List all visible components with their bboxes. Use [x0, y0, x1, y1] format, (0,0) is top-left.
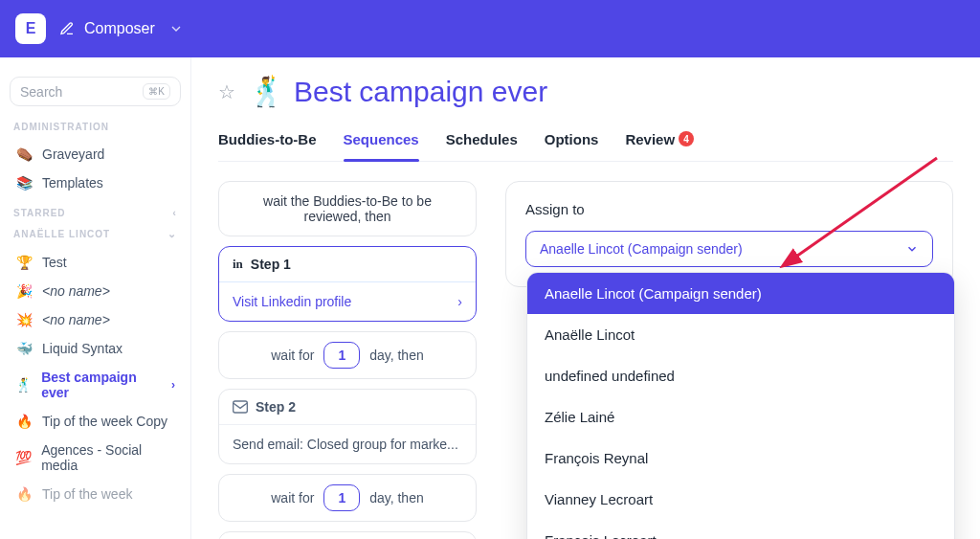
- nav-tip-week[interactable]: 🔥Tip of the week: [10, 480, 181, 508]
- trophy-icon: 🏆: [15, 255, 33, 270]
- party-icon: 🎉: [15, 283, 33, 299]
- assign-dropdown: Anaelle Lincot (Campaign sender) Anaëlle…: [526, 272, 955, 539]
- chevron-left-icon: ‹: [172, 207, 177, 218]
- nav-tip-copy[interactable]: 🔥Tip of the week Copy: [10, 407, 181, 436]
- tab-buddies[interactable]: Buddies-to-Be: [218, 122, 317, 161]
- nav-test[interactable]: 🏆Test: [10, 248, 181, 277]
- search-input[interactable]: Search ⌘K: [10, 77, 181, 106]
- step-3-card[interactable]: Step 3 Send email: <previous email subje…: [218, 531, 477, 539]
- step-1-card[interactable]: inStep 1 Visit Linkedin profile›: [218, 246, 477, 322]
- nav-liquid[interactable]: 🐳Liquid Syntax: [10, 334, 181, 363]
- search-placeholder: Search: [20, 84, 62, 100]
- page-title: 🕺Best campaign ever: [249, 75, 547, 108]
- section-administration: ADMINISTRATION: [13, 122, 177, 132]
- dd-option-2[interactable]: undefined undefined: [527, 355, 954, 396]
- assign-select[interactable]: Anaelle Lincot (Campaign sender) Anaelle…: [525, 231, 933, 267]
- tab-review[interactable]: Review4: [625, 122, 694, 161]
- dd-option-1[interactable]: Anaëlle Lincot: [527, 314, 954, 355]
- chevron-down-icon[interactable]: [168, 21, 184, 36]
- wait-2: wait for 1 day, then: [218, 474, 477, 522]
- chevron-right-icon: ›: [457, 294, 462, 309]
- title-emoji: 🕺: [249, 75, 284, 108]
- sidebar: Search ⌘K ADMINISTRATION ⚰️Graveyard 📚Te…: [0, 57, 191, 539]
- dd-option-5[interactable]: Vianney Lecroart: [527, 479, 954, 520]
- tab-sequences[interactable]: Sequences: [344, 122, 419, 161]
- dd-option-0[interactable]: Anaelle Lincot (Campaign sender): [527, 273, 954, 314]
- wait-1-input[interactable]: 1: [323, 342, 360, 369]
- assign-label: Assign to: [525, 201, 933, 217]
- tabs: Buddies-to-Be Sequences Schedules Option…: [218, 122, 953, 162]
- coffin-icon: ⚰️: [15, 146, 33, 162]
- step-2-card[interactable]: Step 2 Send email: Closed group for mark…: [218, 389, 477, 464]
- dd-option-3[interactable]: Zélie Lainé: [527, 396, 954, 438]
- review-badge: 4: [679, 131, 694, 146]
- linkedin-icon: in: [233, 257, 243, 272]
- fire-icon: 🔥: [15, 414, 33, 429]
- topbar-title: Composer: [84, 20, 155, 37]
- intro-card: wait the Buddies-to-Be to be reviewed, t…: [218, 181, 477, 236]
- section-user[interactable]: ANAËLLE LINCOT⌄: [13, 228, 177, 240]
- tab-schedules[interactable]: Schedules: [446, 122, 518, 161]
- nav-agences[interactable]: 💯Agences - Social media: [10, 436, 181, 480]
- pencil-icon: [59, 21, 75, 36]
- nav-templates[interactable]: 📚Templates: [10, 168, 181, 197]
- svg-rect-0: [234, 401, 248, 413]
- hundred-icon: 💯: [15, 450, 32, 465]
- dancer-icon: 🕺: [15, 377, 32, 393]
- chevron-down-icon: [905, 242, 919, 256]
- wait-1: wait for 1 day, then: [218, 331, 477, 379]
- assign-panel: Assign to Anaelle Lincot (Campaign sende…: [505, 181, 953, 287]
- dd-option-6[interactable]: Francois Lecroart: [527, 520, 954, 539]
- step-1-link[interactable]: Visit Linkedin profile›: [219, 282, 476, 321]
- section-starred[interactable]: STARRED‹: [13, 207, 177, 218]
- nav-best-campaign[interactable]: 🕺Best campaign ever›: [10, 363, 181, 407]
- nav-noname-2[interactable]: 💥<no name>: [10, 305, 181, 334]
- nav-noname-1[interactable]: 🎉<no name>: [10, 277, 181, 305]
- main: ☆ 🕺Best campaign ever Buddies-to-Be Sequ…: [191, 57, 980, 539]
- collision-icon: 💥: [15, 312, 33, 327]
- whale-icon: 🐳: [15, 341, 33, 356]
- fire-icon: 🔥: [15, 486, 33, 502]
- tab-options[interactable]: Options: [545, 122, 599, 161]
- chevron-down-icon: ⌄: [167, 228, 177, 240]
- search-shortcut: ⌘K: [143, 83, 170, 100]
- star-icon[interactable]: ☆: [218, 80, 235, 103]
- books-icon: 📚: [15, 175, 33, 191]
- chevron-right-icon: ›: [171, 378, 175, 392]
- topbar: E Composer: [0, 0, 980, 57]
- app-logo[interactable]: E: [15, 13, 46, 44]
- mail-icon: [233, 400, 248, 414]
- dd-option-4[interactable]: François Reynal: [527, 438, 954, 479]
- nav-graveyard[interactable]: ⚰️Graveyard: [10, 140, 181, 168]
- sequence-column: wait the Buddies-to-Be to be reviewed, t…: [218, 181, 477, 539]
- wait-2-input[interactable]: 1: [323, 484, 360, 511]
